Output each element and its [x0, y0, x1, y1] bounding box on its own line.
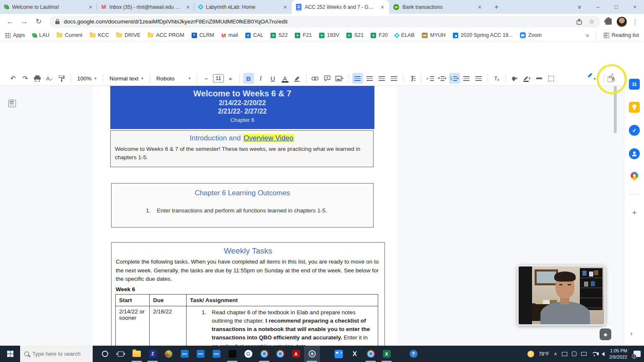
bookmark-cal[interactable]: 4CAL — [245, 32, 263, 38]
file-explorer-icon[interactable] — [129, 346, 145, 362]
bookmark-acc-prgm[interactable]: ACC PRGM — [148, 32, 184, 38]
week-6-table[interactable]: Start Due Task/ Assignment 2/14/22 or so… — [115, 294, 378, 346]
tab-acc252-active[interactable]: ACC 252 Weeks 6 and 7 - Google × — [292, 0, 389, 14]
print-icon[interactable] — [32, 73, 43, 84]
checklist-icon[interactable]: ✓ — [425, 73, 436, 84]
blue-app-icon[interactable]: Z — [145, 346, 161, 362]
tray-expand-icon[interactable]: ∧ — [554, 351, 557, 357]
tab-elab-home[interactable]: Labyrinth eLab: Home × — [195, 0, 292, 14]
weather-sun-icon[interactable] — [527, 351, 534, 357]
doc-banner-table[interactable]: Welcome to Weeks 6 & 7 2/14/22-2/20/22 2… — [110, 86, 374, 129]
url-text[interactable]: docs.google.com/document/d/1zeaiMfDpiVhb… — [64, 18, 288, 25]
bookmark-current[interactable]: Current — [57, 32, 83, 38]
tab-close-icon[interactable]: × — [282, 4, 288, 10]
increase-indent-icon[interactable] — [473, 73, 484, 84]
window-menu-icon[interactable]: ∨ — [570, 4, 589, 10]
tab-close-icon[interactable]: × — [87, 4, 94, 10]
bold-icon[interactable]: B — [243, 73, 254, 84]
tab-laulima[interactable]: Welcome to Laulima! × — [0, 0, 97, 14]
bookmark-kcc[interactable]: KCC — [90, 32, 109, 38]
google-g-icon[interactable]: G — [240, 346, 256, 362]
tab-close-icon[interactable]: × — [184, 4, 191, 10]
font-size-decrease-icon[interactable]: − — [201, 73, 212, 84]
wifi-icon[interactable] — [591, 352, 597, 356]
explore-button[interactable]: ◆ — [600, 328, 611, 340]
start-button[interactable] — [0, 346, 20, 362]
chrome-icon[interactable] — [256, 346, 272, 362]
pen-color-icon[interactable]: ▾ — [522, 73, 532, 84]
cortana-icon[interactable] — [97, 346, 113, 362]
paint-app-icon[interactable] — [161, 346, 177, 362]
atx-app-icon[interactable]: ATX — [177, 346, 192, 362]
outcomes-section[interactable]: Chapter 6 Learning Outcomes 1. Enter tra… — [111, 183, 374, 228]
browser-menu-icon[interactable]: ⋮ — [632, 18, 638, 26]
intro-section[interactable]: Introduction and Overview Video Welcome … — [110, 130, 374, 167]
bookmark-elab[interactable]: ELAB — [395, 32, 415, 38]
align-center-icon[interactable] — [364, 73, 375, 84]
insert-link-icon[interactable] — [310, 73, 321, 84]
align-right-icon[interactable] — [377, 73, 387, 84]
undo-icon[interactable]: ↶ — [8, 73, 18, 84]
new-tab-button[interactable]: + — [491, 1, 502, 13]
chrome-profile-icon[interactable] — [272, 346, 288, 362]
taskbar-search[interactable] — [20, 346, 93, 362]
bookmark-193v[interactable]: 193V — [319, 32, 339, 38]
italic-icon[interactable]: I — [255, 73, 266, 84]
align-justify-icon[interactable] — [389, 73, 400, 84]
paint-format-icon[interactable] — [56, 73, 67, 84]
atx-app-icon[interactable]: ATX — [192, 346, 208, 362]
bookmarks-overflow-icon[interactable]: » — [586, 32, 589, 39]
zoom-select[interactable]: 100%▾ — [74, 73, 99, 84]
black-app-icon[interactable] — [224, 346, 240, 362]
bookmark-lau[interactable]: LAU — [32, 32, 49, 38]
document-outline-icon[interactable] — [8, 100, 16, 107]
bookmark-s22[interactable]: S22 — [270, 32, 288, 38]
excel-icon[interactable]: X — [379, 346, 395, 362]
bookmark-clrm[interactable]: CLRM — [192, 32, 214, 38]
align-left-icon[interactable] — [352, 73, 363, 84]
bookmark-f21[interactable]: F21 — [295, 32, 312, 38]
contacts-icon[interactable] — [629, 148, 640, 159]
bookmark-apps[interactable]: Apps — [5, 32, 25, 38]
calendar-icon[interactable]: 31 — [629, 79, 640, 90]
display-icon[interactable] — [581, 352, 587, 356]
snip-tool-icon[interactable] — [347, 346, 363, 362]
task-view-icon[interactable] — [113, 346, 129, 362]
insert-image-icon[interactable]: ▾ — [334, 73, 345, 84]
tasks-icon[interactable]: ✓ — [629, 125, 640, 136]
bookmark-star-icon[interactable]: ☆ — [589, 18, 595, 26]
redo-icon[interactable]: ↷ — [20, 73, 31, 84]
extensions-icon[interactable] — [605, 18, 612, 25]
font-select[interactable]: Roboto▾ — [153, 73, 194, 84]
bookmark-drive[interactable]: DRIVE — [116, 32, 140, 38]
tab-gmail-inbox[interactable]: M Inbox (35) - rtnii@hawaii.edu - U × — [97, 0, 195, 14]
tab-close-icon[interactable]: × — [379, 4, 386, 10]
windows-ink-icon[interactable] — [572, 352, 576, 356]
line-spacing-icon[interactable] — [407, 73, 418, 84]
tablet-mode-icon[interactable] — [562, 352, 567, 356]
overview-video-link[interactable]: Overview Video — [243, 134, 294, 142]
underline-icon[interactable]: U — [267, 73, 278, 84]
share-page-icon[interactable] — [576, 18, 582, 25]
bookmark-2020-spring[interactable]: 2020 Spring ACC 19... — [453, 32, 513, 38]
reload-icon[interactable]: ↻ — [33, 17, 44, 26]
atx-app-icon[interactable]: ATX — [208, 346, 224, 362]
clear-formatting-icon[interactable]: Tx — [491, 73, 502, 84]
bookmark-myuh[interactable]: UHMYUH — [422, 32, 446, 38]
font-size-increase-icon[interactable]: + — [225, 73, 236, 84]
add-comment-icon[interactable] — [322, 73, 333, 84]
window-maximize-icon[interactable]: □ — [607, 4, 626, 10]
numbered-list-icon[interactable]: 1▾ — [449, 73, 460, 84]
spellcheck-icon[interactable]: A✓ — [44, 73, 55, 84]
bookmark-f20[interactable]: F20 — [371, 32, 388, 38]
tab-close-icon[interactable]: × — [476, 4, 483, 10]
help-app-icon[interactable]: ? — [405, 346, 421, 362]
font-size-value[interactable]: 11 — [213, 74, 224, 83]
bookmark-zoom[interactable]: Zoom — [520, 32, 542, 38]
bulleted-list-icon[interactable]: •▾ — [437, 73, 448, 84]
omnibox[interactable]: docs.google.com/document/d/1zeaiMfDpiVhb… — [49, 16, 600, 28]
volume-icon[interactable] — [602, 352, 605, 356]
taskbar-clock[interactable]: 1:05 PM 2/9/2022 — [609, 348, 627, 360]
fill-color-icon[interactable]: ▾ — [509, 73, 520, 84]
bookmark-mail[interactable]: Mmail — [221, 32, 238, 39]
